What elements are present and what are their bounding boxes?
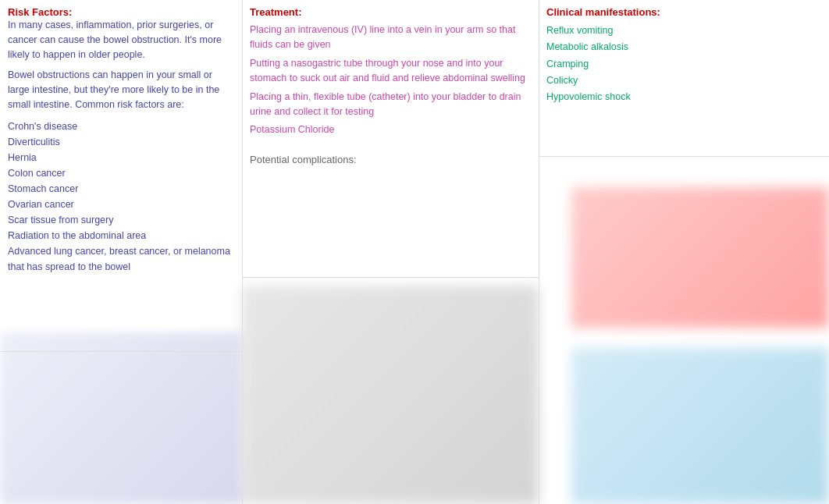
clinical-title: Clinical manifestations:	[546, 6, 821, 18]
clinical-item-metabolic: Metabolic alkalosis	[546, 39, 821, 55]
risk-item-colon-cancer: Colon cancer	[8, 165, 234, 181]
row-divider-right	[539, 156, 829, 157]
treatment-title: Treatment:	[250, 6, 531, 18]
intro-text-1: In many cases, inflammation, prior surge…	[8, 18, 234, 62]
column-divider-2	[539, 0, 539, 504]
risk-item-hernia: Hernia	[8, 150, 234, 165]
right-column: Clinical manifestations: Reflux vomiting…	[539, 0, 829, 504]
treatment-item-4: Potassium Chloride	[250, 122, 531, 137]
row-divider-complications	[242, 277, 539, 278]
middle-column: Treatment: Placing an intravenous (IV) l…	[242, 0, 539, 504]
risk-list: Crohn's disease Diverticulitis Hernia Co…	[8, 119, 234, 275]
treatment-item-2: Putting a nasogastric tube through your …	[250, 56, 531, 87]
treatment-item-3: Placing a thin, flexible tube (catheter)…	[250, 90, 531, 120]
risk-item-diverticulitis: Diverticulitis	[8, 134, 234, 150]
clinical-item-colicky: Colicky	[546, 73, 821, 89]
risk-item-radiation: Radiation to the abdominal area	[8, 228, 234, 243]
clinical-item-hypovolemic: Hypovolemic shock	[546, 89, 821, 105]
clinical-item-reflux: Reflux vomiting	[546, 23, 821, 39]
risk-item-stomach-cancer: Stomach cancer	[8, 181, 234, 197]
complications-title: Potential complications:	[250, 154, 531, 165]
risk-item-scar-tissue: Scar tissue from surgery	[8, 212, 234, 228]
intro-text-2: Bowel obstructions can happen in your sm…	[8, 68, 234, 112]
main-container: Risk Factors: In many cases, inflammatio…	[0, 0, 829, 504]
risk-item-crohns: Crohn's disease	[8, 119, 234, 134]
clinical-item-cramping: Cramping	[546, 56, 821, 73]
left-column: Risk Factors: In many cases, inflammatio…	[0, 0, 242, 504]
risk-item-ovarian-cancer: Ovarian cancer	[8, 197, 234, 212]
column-divider-1	[242, 0, 243, 504]
treatment-item-1: Placing an intravenous (IV) line into a …	[250, 23, 531, 53]
left-border-bottom	[0, 351, 242, 352]
risk-factors-title: Risk Factors:	[8, 6, 234, 18]
complications-section: Potential complications:	[250, 154, 531, 165]
risk-item-advanced-cancer: Advanced lung cancer, breast cancer, or …	[8, 243, 234, 275]
